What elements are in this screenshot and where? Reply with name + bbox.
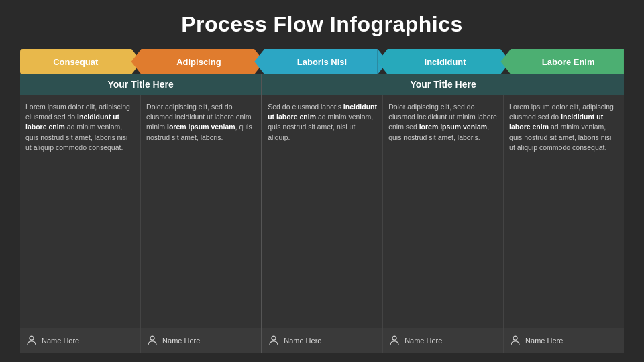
svg-point-1 [150, 336, 154, 340]
person-icon [268, 335, 280, 347]
main-title: Process Flow Infographics [181, 12, 463, 37]
col-text-2: Sed do eiusmod laboris incididunt ut lab… [262, 95, 382, 328]
column-1: Dolor adipiscing elit, sed do eiusmod in… [141, 95, 261, 353]
col-text-0: Lorem ipsum dolor elit, adipiscing eiusm… [20, 95, 140, 328]
col-name-4: Name Here [525, 337, 563, 345]
col-footer-2: Name Here [262, 328, 382, 353]
col-footer-4: Name Here [504, 328, 624, 353]
person-icon [388, 335, 400, 347]
column-3: Dolor adipiscing elit, sed do eiusmod in… [383, 95, 504, 353]
svg-point-3 [392, 336, 396, 340]
main-content: Your Title Here Lorem ipsum dolor elit, … [20, 74, 624, 353]
col-footer-0: Name Here [20, 328, 140, 353]
col-name-2: Name Here [284, 337, 321, 345]
column-2: Sed do eiusmod laboris incididunt ut lab… [262, 95, 383, 353]
arrow-item-0[interactable]: Consequat [20, 49, 131, 74]
col-text-4: Lorem ipsum dolor elit, adipiscing eiusm… [504, 95, 624, 328]
left-group: Your Title Here Lorem ipsum dolor elit, … [20, 74, 262, 353]
person-icon [25, 335, 38, 347]
column-0: Lorem ipsum dolor elit, adipiscing eiusm… [20, 95, 141, 353]
person-icon [146, 335, 158, 347]
col-name-1: Name Here [162, 337, 200, 345]
arrow-nav: ConsequatAdipiscingLaboris NisiIncididun… [20, 49, 624, 74]
col-name-3: Name Here [405, 337, 442, 345]
right-cols: Sed do eiusmod laboris incididunt ut lab… [262, 95, 624, 353]
col-text-3: Dolor adipiscing elit, sed do eiusmod in… [383, 95, 503, 328]
arrow-item-4[interactable]: Labore Enim [500, 49, 624, 74]
col-footer-3: Name Here [383, 328, 503, 353]
left-group-title: Your Title Here [20, 74, 261, 95]
right-group: Your Title Here Sed do eiusmod laboris i… [262, 74, 624, 353]
page: Process Flow Infographics ConsequatAdipi… [0, 0, 644, 362]
column-4: Lorem ipsum dolor elit, adipiscing eiusm… [504, 95, 624, 353]
arrow-item-3[interactable]: Incididunt [378, 49, 501, 74]
svg-point-4 [513, 336, 517, 340]
svg-point-0 [30, 336, 34, 340]
arrow-item-1[interactable]: Adipiscing [131, 49, 255, 74]
right-group-title: Your Title Here [262, 74, 624, 95]
col-text-1: Dolor adipiscing elit, sed do eiusmod in… [141, 95, 261, 328]
arrow-item-2[interactable]: Laboris Nisi [254, 49, 378, 74]
person-icon [509, 335, 521, 347]
svg-point-2 [272, 336, 276, 340]
col-footer-1: Name Here [141, 328, 261, 353]
col-name-0: Name Here [42, 337, 79, 345]
left-cols: Lorem ipsum dolor elit, adipiscing eiusm… [20, 95, 261, 353]
